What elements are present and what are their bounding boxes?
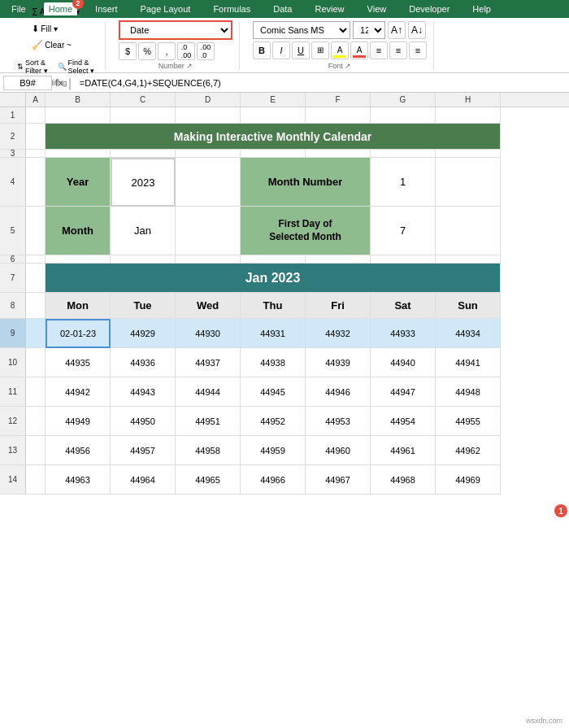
cell-A13[interactable] — [26, 436, 46, 465]
cell-A5[interactable] — [26, 207, 46, 255]
cell-E3[interactable] — [241, 150, 306, 158]
cell-G8-sat[interactable]: Sat — [371, 293, 436, 319]
cell-H8-sun[interactable]: Sun — [436, 293, 501, 319]
cell-F1[interactable] — [306, 107, 371, 124]
cell-A3[interactable] — [26, 150, 46, 158]
cell-H11[interactable]: 44948 — [436, 377, 501, 407]
comma-button[interactable]: , — [158, 42, 176, 60]
cell-G5-firstday-value[interactable]: 7 — [371, 207, 436, 255]
cell-H14[interactable]: 44969 — [436, 465, 501, 495]
cell-B13[interactable]: 44956 — [46, 436, 111, 465]
cell-H6[interactable] — [436, 255, 501, 264]
number-format-dropdown[interactable]: Date General Number Currency Short Date … — [119, 20, 232, 40]
cell-G14[interactable]: 44968 — [371, 465, 436, 495]
cell-G11[interactable]: 44947 — [371, 377, 436, 407]
cell-E14[interactable]: 44966 — [241, 465, 306, 495]
cell-G13[interactable]: 44961 — [371, 436, 436, 465]
cell-E13[interactable]: 44959 — [241, 436, 306, 465]
cell-B11[interactable]: 44942 — [46, 377, 111, 407]
cell-B12[interactable]: 44949 — [46, 407, 111, 436]
cell-B8-mon[interactable]: Mon — [46, 293, 111, 319]
cell-C4-year-value[interactable]: 2023 — [111, 158, 176, 207]
cell-E12[interactable]: 44952 — [241, 407, 306, 436]
italic-button[interactable]: I — [272, 41, 290, 59]
cell-H9[interactable]: 44934 — [436, 319, 501, 348]
tab-formulas[interactable]: Formulas — [208, 2, 255, 15]
cell-F9[interactable]: 44932 — [306, 319, 371, 348]
cell-G1[interactable] — [371, 107, 436, 124]
cell-D12[interactable]: 44951 — [176, 407, 241, 436]
cell-A4[interactable] — [26, 158, 46, 207]
cell-E4-monthnum-label[interactable]: Month Number — [241, 158, 371, 207]
col-F[interactable]: F — [306, 93, 371, 107]
cell-G12[interactable]: 44954 — [371, 407, 436, 436]
formula-input[interactable] — [76, 78, 566, 88]
cell-A14[interactable] — [26, 465, 46, 495]
cell-H3[interactable] — [436, 150, 501, 158]
cell-D14[interactable]: 44965 — [176, 465, 241, 495]
tab-file[interactable]: File — [7, 2, 31, 15]
cell-F8-fri[interactable]: Fri — [306, 293, 371, 319]
cell-C14[interactable]: 44964 — [111, 465, 176, 495]
underline-button[interactable]: U — [292, 41, 310, 59]
tab-review[interactable]: Review — [310, 2, 349, 15]
cell-F6[interactable] — [306, 255, 371, 264]
cell-D11[interactable]: 44944 — [176, 377, 241, 407]
cell-B9[interactable]: 02-01-23 — [46, 319, 111, 348]
cell-E5-firstday-label[interactable]: First Day ofSelected Month — [241, 207, 371, 255]
cell-B3[interactable] — [46, 150, 111, 158]
align-center-button[interactable]: ≡ — [389, 41, 407, 59]
tab-page-layout[interactable]: Page Layout — [136, 2, 196, 15]
cell-A11[interactable] — [26, 377, 46, 407]
cell-A8[interactable] — [26, 293, 46, 319]
cell-A12[interactable] — [26, 407, 46, 436]
cell-D3[interactable] — [176, 150, 241, 158]
cell-H4[interactable] — [436, 158, 501, 207]
cell-G10[interactable]: 44940 — [371, 348, 436, 377]
cell-D5[interactable] — [176, 207, 241, 255]
cell-A1[interactable] — [26, 107, 46, 124]
cell-C13[interactable]: 44957 — [111, 436, 176, 465]
cell-F10[interactable]: 44939 — [306, 348, 371, 377]
cell-C11[interactable]: 44943 — [111, 377, 176, 407]
cell-F13[interactable]: 44960 — [306, 436, 371, 465]
cell-H10[interactable]: 44941 — [436, 348, 501, 377]
cell-reference-box[interactable] — [3, 76, 52, 90]
align-left-button[interactable]: ≡ — [370, 41, 388, 59]
cell-G4-monthnum-value[interactable]: 1 — [371, 158, 436, 207]
tab-data[interactable]: Data — [268, 2, 297, 15]
currency-button[interactable]: $ — [119, 42, 137, 60]
cell-D8-wed[interactable]: Wed — [176, 293, 241, 319]
font-name-dropdown[interactable]: Comic Sans MS Arial Calibri — [253, 21, 350, 39]
cell-C8-tue[interactable]: Tue — [111, 293, 176, 319]
sort-filter-button[interactable]: ⇅ Sort &Filter ▾ — [13, 56, 52, 77]
cell-C5-month-value[interactable]: Jan — [111, 207, 176, 255]
col-H[interactable]: H — [436, 93, 501, 107]
cell-E8-thu[interactable]: Thu — [241, 293, 306, 319]
cell-C3[interactable] — [111, 150, 176, 158]
align-right-button[interactable]: ≡ — [409, 41, 427, 59]
col-D[interactable]: D — [176, 93, 241, 107]
decimal-decrease-button[interactable]: .00.0 — [197, 42, 215, 60]
tab-home[interactable]: Home 2 — [44, 2, 77, 15]
cell-B5-month-label[interactable]: Month — [46, 207, 111, 255]
col-C[interactable]: C — [111, 93, 176, 107]
cell-H5[interactable] — [436, 207, 501, 255]
font-increase-button[interactable]: A↑ — [388, 21, 406, 39]
col-E[interactable]: E — [241, 93, 306, 107]
tab-developer[interactable]: Developer — [404, 2, 454, 15]
percent-button[interactable]: % — [138, 42, 156, 60]
cell-D4[interactable] — [176, 158, 241, 207]
cell-E9[interactable]: 44931 — [241, 319, 306, 348]
cell-F3[interactable] — [306, 150, 371, 158]
cell-C9[interactable]: 44929 — [111, 319, 176, 348]
cell-B7-cal-title[interactable]: Jan 2023 — [46, 264, 501, 293]
cell-E10[interactable]: 44938 — [241, 348, 306, 377]
cell-B10[interactable]: 44935 — [46, 348, 111, 377]
cell-C6[interactable] — [111, 255, 176, 264]
col-B[interactable]: B — [46, 93, 111, 107]
tab-view[interactable]: View — [363, 2, 392, 15]
cell-D10[interactable]: 44937 — [176, 348, 241, 377]
decimal-increase-button[interactable]: .0.00 — [177, 42, 195, 60]
cell-H12[interactable]: 44955 — [436, 407, 501, 436]
